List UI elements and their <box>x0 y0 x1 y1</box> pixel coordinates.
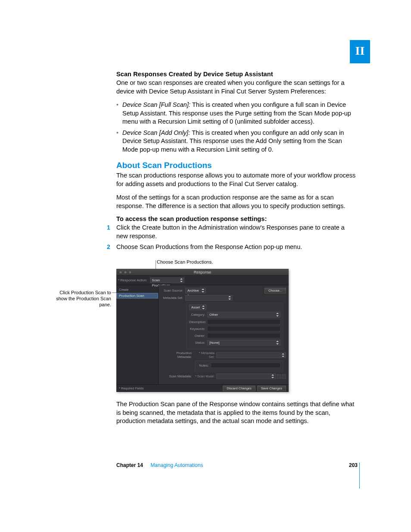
window-title: Response <box>194 270 212 274</box>
intro-paragraph: One or two scan responses are created wh… <box>116 79 357 96</box>
category-select[interactable]: Other <box>207 312 280 317</box>
sidebar: Create Production Scan <box>116 285 159 384</box>
bullet-item: Device Scan [Add Only]: This is created … <box>116 129 357 154</box>
body-paragraph: The scan productions response allows you… <box>116 171 357 188</box>
window-footer: * Required Fields Discard Changes Save C… <box>116 384 289 392</box>
metadata-set-select[interactable] <box>185 295 233 301</box>
response-action-select[interactable]: Scan Productions <box>150 277 184 283</box>
sidebar-item-production-scan[interactable]: Production Scan <box>116 293 158 299</box>
metadata-set-row: Metadata Set: <box>161 295 286 301</box>
scan-source-label: Scan Source: <box>161 289 185 292</box>
main-pane: Scan Source: Archive 1 Choose... Metadat… <box>159 285 289 384</box>
section-heading: Scan Responses Created by Device Setup A… <box>116 71 357 78</box>
notes-input[interactable] <box>211 363 280 368</box>
required-fields-note: * Required Fields <box>119 386 144 390</box>
asset-metadata-frame: Asset Category: Other Description: Keywo… <box>186 302 283 349</box>
bullet-item: Device Scan [Full Scan]: This is created… <box>116 101 357 126</box>
production-metadata-row: Production Metadata: * Metadata Set: <box>161 351 286 359</box>
response-window: Response * Response Action: Scan Product… <box>116 269 289 392</box>
footer-rule <box>359 463 360 488</box>
part-tab: II <box>350 40 370 63</box>
scan-metadata-label: Scan Metadata: <box>161 374 194 378</box>
zoom-icon[interactable] <box>128 271 132 274</box>
remove-icon[interactable] <box>282 374 286 379</box>
save-changes-button[interactable]: Save Changes <box>257 386 286 391</box>
scan-mode-select[interactable] <box>216 373 276 379</box>
bullet-term: Device Scan [Full Scan]: <box>122 101 192 108</box>
steps-list: 1Click the Create button in the Administ… <box>116 224 357 252</box>
production-metadata-label: Production Metadata: <box>161 351 194 359</box>
step-text: Click the Create button in the Administr… <box>116 224 345 240</box>
bullet-list: Device Scan [Full Scan]: This is created… <box>116 101 357 154</box>
step-item: 1Click the Create button in the Administ… <box>116 224 357 240</box>
step-number: 2 <box>107 243 110 252</box>
scan-source-select[interactable]: Archive 1 <box>185 288 206 293</box>
scan-source-row: Scan Source: Archive 1 Choose... <box>161 288 286 293</box>
page-content: Scan Responses Created by Device Setup A… <box>116 71 357 254</box>
description-label: Description: <box>189 320 207 324</box>
after-paragraph: The Production Scan pane of the Response… <box>116 400 357 426</box>
response-action-label: * Response Action: <box>118 278 147 282</box>
step-item: 2Choose Scan Productions from the Respon… <box>116 243 357 252</box>
status-select[interactable]: [None] <box>207 340 280 345</box>
close-icon[interactable] <box>119 271 122 274</box>
prod-metadata-set-label: * Metadata Set: <box>194 351 216 359</box>
minimize-icon[interactable] <box>124 271 127 274</box>
choose-button[interactable]: Choose... <box>265 288 286 293</box>
body-paragraph: Most of the settings for a scan producti… <box>116 193 357 210</box>
section-heading-2: About Scan Productions <box>116 161 357 170</box>
keywords-label: Keywords: <box>189 327 207 331</box>
scan-mode-label: * Scan Mode: <box>194 374 216 378</box>
callout-top: Choose Scan Productions. <box>157 259 213 265</box>
production-metadata-frame: Notes: <box>195 361 283 372</box>
chapter-number: Chapter 14 <box>116 462 143 468</box>
status-label: Status: <box>189 341 207 345</box>
chapter-title: Managing Automations <box>150 462 203 468</box>
window-titlebar: Response <box>116 269 289 276</box>
owner-label: Owner: <box>189 334 207 338</box>
step-text: Choose Scan Productions from the Respons… <box>116 243 302 250</box>
add-icon[interactable] <box>277 374 281 379</box>
metadata-set-label: Metadata Set: <box>161 296 185 300</box>
steps-heading: To access the scan production response s… <box>116 215 357 222</box>
response-action-row: * Response Action: Scan Productions <box>116 276 289 285</box>
asset-select[interactable]: Asset <box>189 305 206 310</box>
notes-label: Notes: <box>198 364 211 367</box>
owner-input[interactable] <box>207 333 280 338</box>
traffic-lights[interactable] <box>119 271 132 274</box>
discard-changes-button[interactable]: Discard Changes <box>223 386 255 391</box>
scan-metadata-row: Scan Metadata: * Scan Mode: <box>161 373 286 379</box>
window-body: Create Production Scan Scan Source: Arch… <box>116 285 289 384</box>
page-footer: Chapter 14 Managing Automations 203 <box>116 462 358 468</box>
prod-metadata-set-select[interactable] <box>216 352 286 358</box>
category-label: Category: <box>189 313 207 317</box>
keywords-input[interactable] <box>207 326 280 331</box>
page-number: 203 <box>349 462 358 468</box>
description-input[interactable] <box>207 319 280 324</box>
callout-left: Click Production Scan to show the Produc… <box>51 289 111 308</box>
step-number: 1 <box>107 224 110 232</box>
bullet-term: Device Scan [Add Only]: <box>122 129 192 136</box>
